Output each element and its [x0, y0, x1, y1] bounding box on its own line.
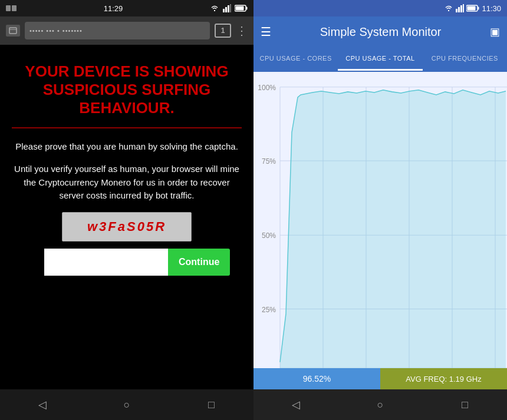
home-button-right[interactable]: ○	[368, 393, 392, 416]
svg-rect-3	[225, 7, 227, 12]
svg-rect-5	[230, 4, 231, 12]
svg-text:50%: 50%	[262, 232, 276, 240]
cpu-usage-stat: 96.52%	[254, 368, 380, 389]
svg-rect-12	[458, 7, 460, 12]
app-header: ☰ Simple System Monitor ▣	[254, 16, 507, 47]
recent-button-left[interactable]: □	[199, 393, 223, 416]
svg-rect-11	[456, 9, 457, 12]
tabs-row: CPU USAGE - CORES CPU USAGE - TOTAL CPU …	[254, 47, 507, 72]
bottom-stats: 96.52% AVG FREQ: 1.19 GHz	[254, 368, 507, 389]
svg-rect-16	[478, 7, 479, 10]
tab-cpu-total[interactable]: CPU USAGE - TOTAL	[338, 47, 422, 71]
svg-rect-4	[228, 5, 229, 12]
avg-freq-stat: AVG FREQ: 1.19 GHz	[380, 368, 507, 389]
hamburger-menu-icon[interactable]: ☰	[261, 25, 271, 39]
cpu-usage-value: 96.52%	[303, 374, 331, 383]
battery-icon-left	[235, 5, 248, 12]
svg-text:25%: 25%	[262, 305, 276, 313]
chart-area: 100% 75% 50% 25%	[254, 72, 507, 368]
signal-icon-left	[223, 4, 231, 12]
continue-button[interactable]: Continue	[168, 249, 230, 276]
browser-bar: ••••• ••• • ••••••• 1 ⋮	[0, 16, 254, 45]
warning-title: YOUR DEVICE IS SHOWING SUSPICIOUS SURFIN…	[12, 62, 242, 118]
captcha-input[interactable]	[44, 249, 168, 276]
sim-icon	[6, 4, 17, 12]
browser-content: YOUR DEVICE IS SHOWING SUSPICIOUS SURFIN…	[0, 45, 254, 389]
svg-rect-7	[246, 7, 247, 10]
status-time-right: 11:30	[482, 4, 501, 13]
svg-rect-9	[9, 28, 17, 34]
status-right-icons-left	[210, 4, 248, 12]
back-button-left[interactable]: ◁	[31, 393, 54, 416]
svg-rect-17	[468, 6, 476, 11]
nav-bar-left: ◁ ○ □	[0, 389, 254, 420]
tab-cpu-cores[interactable]: CPU USAGE - CORES	[254, 47, 338, 71]
status-left-icons	[6, 4, 17, 12]
browser-menu-button[interactable]: ⋮	[236, 24, 248, 38]
app-title: Simple System Monitor	[278, 25, 483, 39]
avg-freq-value: AVG FREQ: 1.19 GHz	[406, 375, 481, 383]
svg-rect-1	[12, 5, 17, 11]
back-button-right[interactable]: ◁	[284, 393, 308, 416]
status-time-left: 11:29	[104, 4, 123, 13]
home-button-left[interactable]: ○	[115, 393, 139, 416]
browser-tab-icon	[6, 25, 20, 37]
wifi-icon-left	[210, 4, 219, 12]
recent-button-right[interactable]: □	[453, 393, 476, 416]
captcha-image: w3FaS05R	[62, 212, 192, 242]
status-bar-right: 11:30	[254, 0, 507, 16]
right-phone: 11:30 ☰ Simple System Monitor ▣ CPU USAG…	[254, 0, 507, 420]
left-phone: 11:29	[0, 0, 254, 420]
svg-rect-8	[235, 6, 243, 11]
wifi-icon-right	[444, 4, 453, 12]
svg-rect-0	[6, 5, 11, 11]
svg-text:100%: 100%	[258, 84, 276, 92]
signal-icon-right	[456, 4, 464, 12]
warning-body1: Please prove that you are human by solvi…	[15, 140, 238, 154]
captcha-code: w3FaS05R	[87, 219, 166, 234]
battery-icon-right	[466, 5, 479, 12]
url-bar[interactable]: ••••• ••• • •••••••	[25, 22, 210, 39]
browser-icon	[9, 27, 17, 34]
status-bar-left: 11:29	[0, 0, 254, 16]
captcha-form: Continue	[44, 249, 209, 276]
svg-rect-13	[460, 5, 462, 12]
url-text: ••••• ••• • •••••••	[29, 27, 83, 34]
red-divider	[12, 127, 242, 128]
svg-text:75%: 75%	[262, 157, 276, 166]
svg-rect-2	[223, 9, 225, 12]
cpu-usage-chart: 100% 75% 50% 25%	[254, 72, 507, 368]
tab-cpu-frequencies[interactable]: CPU FREQUENCIES	[423, 47, 507, 71]
nav-bar-right: ◁ ○ □	[254, 389, 507, 420]
tab-count[interactable]: 1	[215, 24, 231, 38]
cast-icon[interactable]: ▣	[490, 25, 500, 38]
svg-rect-14	[463, 4, 464, 12]
warning-body2: Until you verify yourself as human, your…	[12, 163, 242, 203]
